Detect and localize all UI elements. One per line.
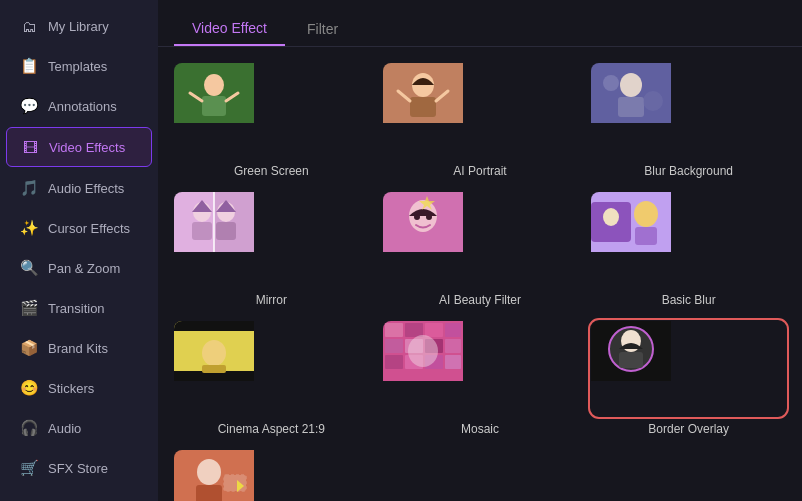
pan-zoom-label: Pan & Zoom [48, 261, 120, 276]
effect-card-ai-object-remover[interactable]: AI Object Remover [174, 450, 369, 501]
effect-thumb-ai-beauty-filter [383, 192, 578, 287]
sidebar: 🗂My Library📋Templates💬Annotations🎞Video … [0, 0, 158, 501]
my-library-label: My Library [48, 19, 109, 34]
effect-label-mosaic: Mosaic [461, 422, 499, 436]
tab-filter[interactable]: Filter [289, 13, 356, 45]
effect-label-blur-background: Blur Background [644, 164, 733, 178]
video-effects-icon: 🎞 [21, 138, 39, 156]
main-content: Video EffectFilter Green Screen AI Portr… [158, 0, 802, 501]
tab-bar: Video EffectFilter [158, 0, 802, 47]
sidebar-item-my-library[interactable]: 🗂My Library [6, 7, 152, 45]
audio-label: Audio [48, 421, 81, 436]
tab-video-effect[interactable]: Video Effect [174, 12, 285, 46]
sidebar-item-pan-zoom[interactable]: 🔍Pan & Zoom [6, 249, 152, 287]
svg-rect-59 [224, 475, 246, 491]
svg-rect-21 [216, 222, 236, 240]
effect-label-ai-beauty-filter: AI Beauty Filter [439, 293, 521, 307]
brand-kits-label: Brand Kits [48, 341, 108, 356]
svg-rect-55 [619, 352, 643, 368]
svg-point-11 [620, 73, 642, 97]
effect-card-cinema-aspect[interactable]: Cinema Aspect 21:9 [174, 321, 369, 436]
my-library-icon: 🗂 [20, 17, 38, 35]
sidebar-item-annotations[interactable]: 💬Annotations [6, 87, 152, 125]
svg-point-24 [414, 214, 420, 220]
svg-point-25 [426, 214, 432, 220]
effect-card-ai-portrait[interactable]: AI Portrait [383, 63, 578, 178]
svg-rect-58 [196, 485, 222, 501]
effect-card-ai-beauty-filter[interactable]: AI Beauty Filter [383, 192, 578, 307]
pan-zoom-icon: 🔍 [20, 259, 38, 277]
svg-rect-2 [202, 96, 226, 116]
brand-kits-icon: 📦 [20, 339, 38, 357]
sidebar-item-video-effects[interactable]: 🎞Video Effects [6, 127, 152, 167]
svg-rect-7 [410, 97, 436, 117]
sidebar-item-brand-kits[interactable]: 📦Brand Kits [6, 329, 152, 367]
svg-rect-39 [405, 323, 423, 337]
effect-thumb-blur-background [591, 63, 786, 158]
sidebar-item-audio[interactable]: 🎧Audio [6, 409, 152, 447]
cursor-effects-label: Cursor Effects [48, 221, 130, 236]
effect-thumb-border-overlay [591, 321, 786, 416]
stickers-icon: 😊 [20, 379, 38, 397]
effect-thumb-ai-portrait [383, 63, 578, 158]
annotations-label: Annotations [48, 99, 117, 114]
svg-rect-29 [635, 227, 657, 245]
transition-icon: 🎬 [20, 299, 38, 317]
video-effects-label: Video Effects [49, 140, 125, 155]
effect-label-basic-blur: Basic Blur [662, 293, 716, 307]
svg-rect-45 [445, 339, 461, 353]
effect-card-mosaic[interactable]: Mosaic [383, 321, 578, 436]
sidebar-item-transition[interactable]: 🎬Transition [6, 289, 152, 327]
svg-rect-12 [618, 97, 644, 117]
audio-effects-icon: 🎵 [20, 179, 38, 197]
effect-thumb-mirror [174, 192, 369, 287]
sidebar-item-stickers[interactable]: 😊Stickers [6, 369, 152, 407]
sidebar-item-sfx-store[interactable]: 🛒SFX Store [6, 449, 152, 487]
effects-grid: Green Screen AI Portrait Blur Background [174, 63, 786, 501]
svg-point-28 [634, 201, 658, 227]
svg-rect-20 [192, 222, 212, 240]
svg-rect-40 [425, 323, 443, 337]
sidebar-item-audio-effects[interactable]: 🎵Audio Effects [6, 169, 152, 207]
svg-rect-46 [385, 355, 403, 369]
sidebar-item-cursor-effects[interactable]: ✨Cursor Effects [6, 209, 152, 247]
sfx-store-icon: 🛒 [20, 459, 38, 477]
svg-rect-38 [385, 323, 403, 337]
effect-label-cinema-aspect: Cinema Aspect 21:9 [218, 422, 325, 436]
svg-rect-33 [174, 321, 254, 331]
sfx-store-label: SFX Store [48, 461, 108, 476]
stickers-label: Stickers [48, 381, 94, 396]
svg-point-13 [603, 75, 619, 91]
effect-card-border-overlay[interactable]: Border Overlay [591, 321, 786, 436]
effect-card-mirror[interactable]: Mirror [174, 192, 369, 307]
svg-rect-42 [385, 339, 403, 353]
transition-label: Transition [48, 301, 105, 316]
svg-point-1 [204, 74, 224, 96]
effects-grid-area: Green Screen AI Portrait Blur Background [158, 47, 802, 501]
cursor-effects-icon: ✨ [20, 219, 38, 237]
svg-rect-41 [445, 323, 461, 337]
effect-card-blur-background[interactable]: Blur Background [591, 63, 786, 178]
audio-icon: 🎧 [20, 419, 38, 437]
effect-thumb-cinema-aspect [174, 321, 369, 416]
effect-label-ai-portrait: AI Portrait [453, 164, 506, 178]
effect-card-basic-blur[interactable]: Basic Blur [591, 192, 786, 307]
effect-thumb-basic-blur [591, 192, 786, 287]
svg-point-35 [202, 340, 226, 366]
effect-thumb-ai-object-remover [174, 450, 369, 501]
annotations-icon: 💬 [20, 97, 38, 115]
templates-label: Templates [48, 59, 107, 74]
svg-point-14 [643, 91, 663, 111]
effect-label-border-overlay: Border Overlay [648, 422, 729, 436]
effect-thumb-mosaic [383, 321, 578, 416]
audio-effects-label: Audio Effects [48, 181, 124, 196]
svg-point-50 [408, 335, 438, 367]
effect-card-green-screen[interactable]: Green Screen [174, 63, 369, 178]
effect-thumb-green-screen [174, 63, 369, 158]
effect-label-green-screen: Green Screen [234, 164, 309, 178]
svg-rect-36 [202, 365, 226, 373]
effect-label-mirror: Mirror [256, 293, 287, 307]
svg-rect-49 [445, 355, 461, 369]
templates-icon: 📋 [20, 57, 38, 75]
sidebar-item-templates[interactable]: 📋Templates [6, 47, 152, 85]
